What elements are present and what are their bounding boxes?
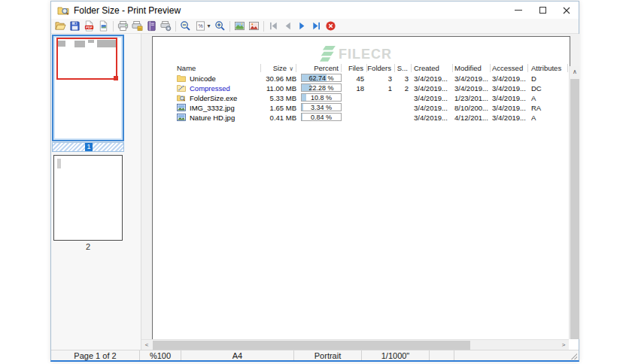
report-table: Name Size∨ Percent Files Folders S... Cr…	[153, 64, 571, 123]
percent-value: 62.74 %	[302, 74, 341, 81]
next-page-button[interactable]	[295, 20, 309, 33]
export-pdf-button[interactable]: PDF	[82, 20, 96, 33]
accessed-cell: 3/4/2019...	[492, 103, 528, 113]
pdf-icon: PDF	[84, 20, 95, 32]
col-header-name: Name	[177, 64, 261, 72]
scroll-left-icon[interactable]: <	[141, 340, 152, 350]
minimize-icon	[515, 10, 522, 11]
toolbar: PDF	[51, 19, 579, 34]
accessed-cell: 3/4/2019...	[492, 93, 528, 103]
first-page-icon	[268, 20, 279, 32]
sort-desc-icon: ∨	[289, 65, 293, 72]
toolbar-separator	[175, 21, 176, 32]
picture-red-icon	[248, 20, 260, 32]
resize-grip[interactable]	[571, 353, 577, 359]
horizontal-scrollbar[interactable]: < >	[141, 339, 569, 350]
subfolders-cell	[395, 103, 412, 113]
thumbnail-page-2[interactable]	[53, 155, 123, 241]
thumbnail-panel: 1 2	[51, 34, 141, 350]
maximize-button[interactable]	[530, 2, 555, 19]
print-button[interactable]	[116, 20, 130, 33]
files-cell	[342, 113, 367, 123]
zoom-viewport-rect[interactable]	[56, 38, 117, 80]
close-preview-button[interactable]	[324, 20, 338, 33]
toolbar-separator	[263, 21, 264, 32]
last-page-button[interactable]	[309, 20, 324, 33]
save-button[interactable]	[68, 20, 82, 33]
printer-settings-icon	[160, 20, 172, 32]
scroll-right-icon[interactable]: >	[558, 340, 569, 350]
zoom-out-button[interactable]	[178, 20, 193, 33]
subfolders-cell: 3	[395, 74, 412, 83]
page-setup-button[interactable]	[144, 20, 159, 33]
toolbar-separator	[113, 21, 114, 32]
watermark: FILECR	[320, 45, 392, 63]
created-cell: 3/4/2019...	[414, 113, 453, 123]
col-header-modified: Modified	[454, 64, 491, 72]
percent-bar: 22.28 %	[301, 83, 342, 92]
status-paper: A4	[181, 350, 294, 360]
attributes-cell: RA	[531, 103, 568, 113]
percent-cell: 62.74 %	[298, 74, 342, 83]
whole-page-button[interactable]	[232, 20, 247, 33]
zoom-in-button[interactable]	[213, 20, 227, 33]
close-red-icon	[325, 20, 336, 32]
files-cell: 18	[342, 83, 367, 93]
open-button[interactable]	[53, 20, 68, 33]
previous-page-button[interactable]	[281, 20, 295, 33]
vertical-scrollbar[interactable]: ∧ ∨	[569, 66, 579, 339]
vertical-scroll-thumb[interactable]	[570, 79, 579, 339]
close-button[interactable]	[555, 2, 579, 19]
file-name: FolderSize.exe	[190, 94, 237, 102]
percent-value: 22.28 %	[302, 84, 341, 91]
subfolders-cell	[395, 113, 412, 123]
thumbnail-page-1[interactable]	[52, 35, 124, 141]
save-icon	[69, 20, 81, 32]
size-cell: 0.41 MB	[261, 113, 296, 123]
viewport-resize-handle[interactable]	[114, 76, 118, 80]
table-row: Unicode30.96 MB62.74 %45333/4/2019...3/4…	[153, 74, 571, 83]
first-page-button[interactable]	[266, 20, 281, 33]
file-name: Unicode	[190, 74, 216, 83]
print-preview-window: Folder Size - Print Preview	[50, 1, 579, 362]
folders-cell: 3	[367, 74, 395, 83]
table-row: IMG_3332.jpg1.65 MB3.34 %3/4/2019...8/10…	[153, 103, 571, 113]
folders-cell	[367, 103, 395, 113]
subfolders-cell: 2	[395, 83, 412, 93]
percent-bar: 3.34 %	[301, 103, 342, 111]
table-rows: Unicode30.96 MB62.74 %45333/4/2019...3/4…	[153, 74, 571, 123]
table-row: Nature HD.jpg0.41 MB0.84 %3/4/2019...4/1…	[153, 113, 571, 123]
size-cell: 1.65 MB	[261, 103, 296, 113]
percent-cell: 3.34 %	[298, 103, 342, 113]
print-options-button[interactable]	[159, 20, 173, 33]
attributes-cell: D	[531, 74, 568, 83]
modified-cell: 3/4/2019...	[454, 83, 491, 93]
file-name-cell: Compressed	[177, 83, 261, 93]
zoom-select-button[interactable]: % ▾	[193, 20, 213, 33]
horizontal-scroll-thumb[interactable]	[153, 341, 470, 350]
current-page-tab[interactable]: 1	[85, 143, 93, 151]
col-header-folders: Folders	[367, 64, 395, 72]
col-header-size: Size∨	[261, 64, 296, 72]
current-page-bar[interactable]: 1	[52, 142, 124, 152]
export-image-button[interactable]	[96, 20, 111, 33]
col-header-subfolders: S...	[395, 64, 412, 72]
size-cell: 11.00 MB	[261, 83, 296, 93]
file-name-cell: FolderSize.exe	[177, 93, 261, 103]
files-cell	[342, 103, 367, 113]
status-page: Page 1 of 2	[51, 350, 140, 360]
col-header-created: Created	[414, 64, 453, 72]
scroll-up-icon[interactable]: ∧	[570, 66, 579, 77]
image-icon	[177, 114, 186, 121]
accessed-cell: 3/4/2019...	[492, 113, 528, 123]
file-name: Nature HD.jpg	[190, 114, 235, 122]
percent-value: 10.8 %	[302, 94, 341, 101]
printer-icon	[117, 20, 129, 32]
page-width-button[interactable]	[247, 20, 261, 33]
modified-cell: 1/23/201...	[454, 93, 491, 103]
minimize-button[interactable]	[506, 2, 530, 19]
print-setup-button[interactable]	[130, 20, 144, 33]
zoom-level-icon: %	[195, 20, 206, 32]
status-bar: Page 1 of 2 %100 A4 Portrait 1/1000"	[51, 350, 579, 360]
percent-cell: 10.8 %	[298, 93, 342, 103]
